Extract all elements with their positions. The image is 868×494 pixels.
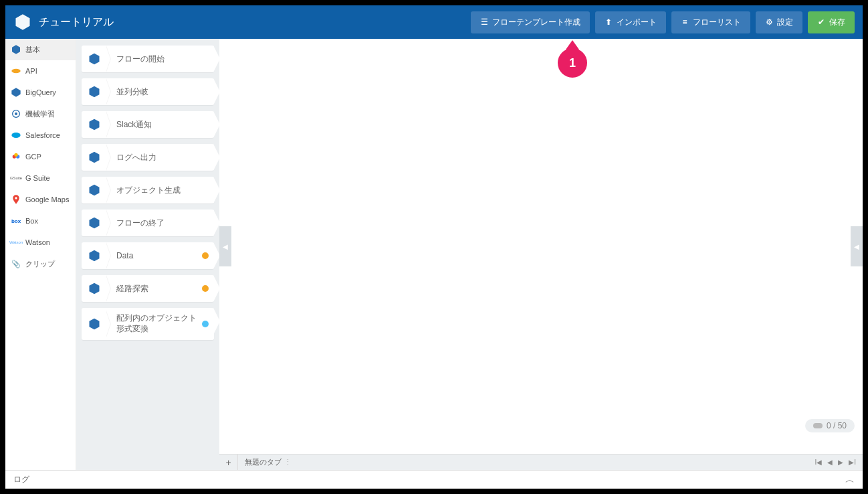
bigquery-icon xyxy=(11,87,21,98)
tab-bar: + 無題のタブ ⋮ I◀ ◀ ▶ ▶I xyxy=(219,454,863,470)
chevron-left-icon: ◀ xyxy=(223,243,228,250)
list-icon: ≡ xyxy=(681,18,689,26)
category-label: Watson xyxy=(25,238,50,246)
category-salesforce[interactable]: Salesforce xyxy=(5,125,76,146)
block-icon xyxy=(82,242,107,269)
block-label: フローの開始 xyxy=(107,54,214,65)
block-icon xyxy=(82,46,107,72)
block-badge-icon xyxy=(202,321,209,327)
tutorial-hint-badge[interactable]: 1 xyxy=(558,48,587,78)
svg-point-8 xyxy=(15,197,17,199)
gcp-icon xyxy=(11,151,21,162)
header: チュートリアル ☰ フローテンプレート作成 ⬆ インポート ≡ フローリスト ⚙… xyxy=(5,5,863,39)
add-tab-button[interactable]: + xyxy=(219,455,238,470)
block-label: オブジェクト生成 xyxy=(107,185,214,196)
block-icon xyxy=(82,177,107,203)
block-badge-icon xyxy=(202,285,209,292)
block-slack-notify[interactable]: Slack通知 xyxy=(82,111,214,138)
app-logo-icon xyxy=(13,13,32,31)
block-label: Data xyxy=(107,251,202,260)
block-flow-end[interactable]: フローの終了 xyxy=(82,210,214,236)
maps-pin-icon xyxy=(11,194,21,205)
category-box[interactable]: box Box xyxy=(5,210,76,232)
category-maps[interactable]: Google Maps xyxy=(5,189,76,210)
chevron-up-icon: ︿ xyxy=(845,474,855,485)
tab-menu-icon: ⋮ xyxy=(284,458,292,467)
block-flow-start[interactable]: フローの開始 xyxy=(82,46,214,72)
collapse-right-handle[interactable]: ◀ xyxy=(851,226,863,266)
document-icon: ☰ xyxy=(480,18,488,26)
brain-icon xyxy=(11,108,21,119)
block-icon xyxy=(82,78,107,105)
tab-first-button[interactable]: I◀ xyxy=(815,459,822,466)
button-label: フローリスト xyxy=(693,17,741,28)
gear-icon: ⚙ xyxy=(765,18,773,26)
category-gcp[interactable]: GCP xyxy=(5,146,76,167)
category-label: Salesforce xyxy=(25,131,60,139)
category-label: API xyxy=(25,67,37,75)
block-label: 配列内のオブジェクト形式変換 xyxy=(107,313,202,334)
block-data[interactable]: Data xyxy=(82,242,214,269)
block-label: 経路探索 xyxy=(107,283,202,295)
import-button[interactable]: ⬆ インポート xyxy=(595,11,666,33)
api-icon xyxy=(11,66,21,76)
canvas-area: ◀ ◀ 0 / 50 + 無題のタブ ⋮ xyxy=(219,39,863,470)
category-bigquery[interactable]: BigQuery xyxy=(5,82,76,103)
tab-next-button[interactable]: ▶ xyxy=(838,459,843,466)
log-expand-button[interactable]: ︿ xyxy=(845,474,855,486)
block-label: Slack通知 xyxy=(107,119,214,131)
log-bar: ログ ︿ xyxy=(5,470,863,489)
category-basic[interactable]: 基本 xyxy=(5,39,76,60)
block-object-create[interactable]: オブジェクト生成 xyxy=(82,177,214,203)
settings-button[interactable]: ⚙ 設定 xyxy=(756,11,802,33)
block-badge-icon xyxy=(202,252,209,259)
block-icon xyxy=(82,111,107,138)
collapse-left-handle[interactable]: ◀ xyxy=(219,226,231,266)
save-button[interactable]: ✔ 保存 xyxy=(808,11,855,33)
block-icon xyxy=(82,210,107,236)
tab-nav: I◀ ◀ ▶ ▶I xyxy=(808,459,863,466)
block-icon xyxy=(82,275,107,302)
category-label: GCP xyxy=(25,153,41,161)
chevron-left-icon: ◀ xyxy=(854,243,859,250)
category-label: 基本 xyxy=(25,45,40,55)
block-label: ログへ出力 xyxy=(107,152,214,163)
check-icon: ✔ xyxy=(817,18,825,26)
block-log-output[interactable]: ログへ出力 xyxy=(82,144,214,171)
tab-untitled[interactable]: 無題のタブ ⋮ xyxy=(238,455,298,470)
category-sidebar: 基本 API BigQuery 機械学習 Salesforce GCP xyxy=(5,39,76,470)
salesforce-icon xyxy=(11,130,21,141)
category-api[interactable]: API xyxy=(5,60,76,82)
block-array-object-convert[interactable]: 配列内のオブジェクト形式変換 xyxy=(82,308,214,340)
block-route-search[interactable]: 経路探索 xyxy=(82,275,214,302)
plus-icon: + xyxy=(225,457,231,468)
category-clip[interactable]: 📎 クリップ xyxy=(5,253,76,274)
box-brand-icon: box xyxy=(11,216,21,226)
svg-point-7 xyxy=(14,153,17,157)
block-icon xyxy=(82,308,107,340)
category-label: 機械学習 xyxy=(25,109,55,119)
block-icon xyxy=(82,144,107,171)
tab-last-button[interactable]: ▶I xyxy=(849,459,856,466)
block-label: 並列分岐 xyxy=(107,86,214,98)
button-label: 保存 xyxy=(829,17,845,28)
svg-marker-1 xyxy=(11,88,20,96)
log-label: ログ xyxy=(13,474,29,485)
svg-point-3 xyxy=(15,112,17,115)
button-label: 設定 xyxy=(777,17,793,28)
category-label: Box xyxy=(25,217,38,225)
category-ml[interactable]: 機械学習 xyxy=(5,103,76,125)
page-title: チュートリアル xyxy=(39,15,465,29)
flow-list-button[interactable]: ≡ フローリスト xyxy=(671,11,750,33)
create-template-button[interactable]: ☰ フローテンプレート作成 xyxy=(471,11,590,33)
category-label: Google Maps xyxy=(25,195,69,203)
block-parallel-branch[interactable]: 並列分岐 xyxy=(82,78,214,105)
category-gsuite[interactable]: GSuite G Suite xyxy=(5,167,76,189)
flow-canvas[interactable]: ◀ ◀ 0 / 50 xyxy=(219,39,863,454)
category-label: クリップ xyxy=(25,259,55,269)
upload-icon: ⬆ xyxy=(605,18,613,26)
category-watson[interactable]: Watson Watson xyxy=(5,232,76,253)
tab-prev-button[interactable]: ◀ xyxy=(827,459,833,466)
category-label: BigQuery xyxy=(25,88,56,96)
counter-icon xyxy=(813,423,823,428)
